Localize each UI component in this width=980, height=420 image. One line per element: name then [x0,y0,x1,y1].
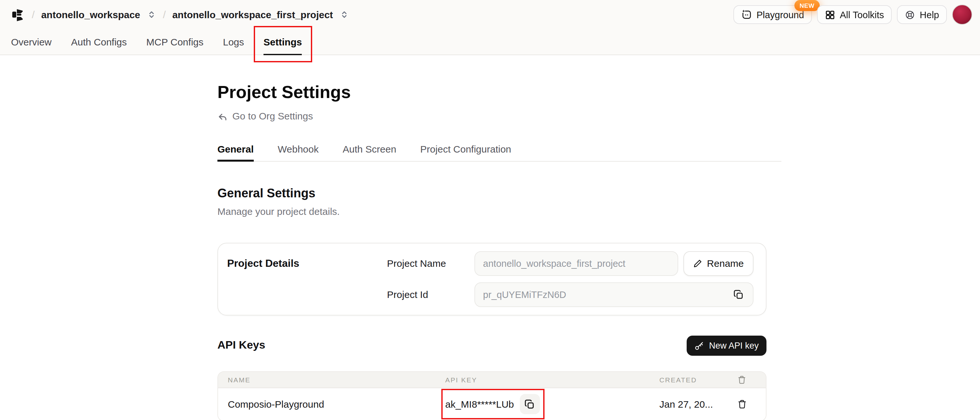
settings-page: Project Settings Go to Org Settings Gene… [0,83,980,420]
lifebuoy-icon [905,10,915,20]
project-details-title: Project Details [227,251,387,307]
project-name-input[interactable] [475,251,679,275]
api-key-row: Composio-Playground ak_MI8*****LUb [218,388,766,420]
api-keys-table: NAME API KEY CREATED C [217,371,767,420]
api-key-value: ak_MI8*****LUb [445,399,514,410]
copy-project-id-button[interactable] [732,288,745,301]
delete-all-keys-button[interactable] [736,374,748,385]
topbar-actions: Playground NEW All Toolkits [733,5,972,25]
column-header-api-key: API KEY [445,375,659,383]
workspace-switcher-chevron-icon[interactable] [147,10,156,19]
api-key-cell: ak_MI8*****LUb [445,394,659,414]
general-settings-heading: General Settings [217,186,767,200]
settings-subtabs: General Webhook Auth Screen Project Conf… [217,143,781,161]
project-id-field [475,282,754,307]
grid-icon [825,10,835,20]
copy-api-key-button[interactable] [520,394,540,414]
project-id-row: Project Id [387,282,754,307]
tab-auth-configs[interactable]: Auth Configs [71,29,127,54]
playground-label: Playground [756,10,804,20]
tab-settings[interactable]: Settings [264,29,302,54]
page-title: Project Settings [217,83,767,102]
playground-button[interactable]: Playground NEW [733,5,812,24]
trash-icon [737,399,747,409]
tab-overview[interactable]: Overview [11,29,52,54]
subtab-project-configuration[interactable]: Project Configuration [420,143,511,161]
project-details-form: Project Name Rename [387,251,754,307]
project-id-label: Project Id [387,289,475,300]
subtab-webhook[interactable]: Webhook [278,143,319,161]
tab-mcp-configs[interactable]: MCP Configs [146,29,204,54]
pencil-icon [694,259,703,268]
key-icon [695,340,705,350]
rename-button[interactable]: Rename [684,251,754,275]
subtab-general[interactable]: General [217,143,254,161]
project-switcher-chevron-icon[interactable] [339,10,349,19]
api-keys-header: API Keys New API key [217,335,767,355]
user-avatar[interactable] [952,5,972,25]
api-keys-table-header: NAME API KEY CREATED [218,372,766,388]
breadcrumb-separator: / [32,9,35,21]
api-key-created: Jan 27, 20... [659,399,718,410]
general-settings-description: Manage your project details. [217,205,767,216]
project-name-row: Project Name Rename [387,251,754,275]
rename-label: Rename [707,258,744,269]
api-key-name: Composio-Playground [218,399,445,410]
trash-icon [737,375,746,384]
go-to-org-settings-link[interactable]: Go to Org Settings [217,110,313,121]
subtab-auth-screen[interactable]: Auth Screen [343,143,396,161]
help-label: Help [920,10,939,20]
project-tabs: Overview Auth Configs MCP Configs Logs S… [0,29,980,55]
all-toolkits-button[interactable]: All Toolkits [817,5,892,24]
go-to-org-settings-label: Go to Org Settings [232,110,313,121]
breadcrumb-project[interactable]: antonello_workspace_first_project [172,9,333,20]
new-api-key-label: New API key [709,340,759,350]
composio-logo-icon[interactable] [10,7,25,22]
corner-up-left-icon [217,111,228,121]
tab-settings-label: Settings [264,37,302,48]
column-header-created: CREATED [659,375,718,383]
api-keys-heading: API Keys [217,339,265,352]
new-badge: NEW [794,0,820,11]
copy-icon [733,289,744,299]
copy-icon [525,399,535,409]
app-window: / antonello_workspace / antonello_worksp… [0,0,980,420]
project-name-label: Project Name [387,258,475,269]
delete-api-key-button[interactable] [735,397,749,411]
topbar: / antonello_workspace / antonello_worksp… [0,0,980,29]
all-toolkits-label: All Toolkits [840,10,884,20]
new-api-key-button[interactable]: New API key [687,335,767,355]
breadcrumb: / antonello_workspace / antonello_worksp… [10,7,349,22]
project-id-input[interactable] [483,289,732,299]
project-details-card: Project Details Project Name [217,242,767,315]
chat-sparkle-icon [741,9,752,20]
breadcrumb-workspace[interactable]: antonello_workspace [41,9,140,20]
breadcrumb-separator: / [163,9,166,21]
column-header-name: NAME [218,375,445,383]
help-button[interactable]: Help [897,5,947,24]
tab-logs[interactable]: Logs [223,29,244,54]
